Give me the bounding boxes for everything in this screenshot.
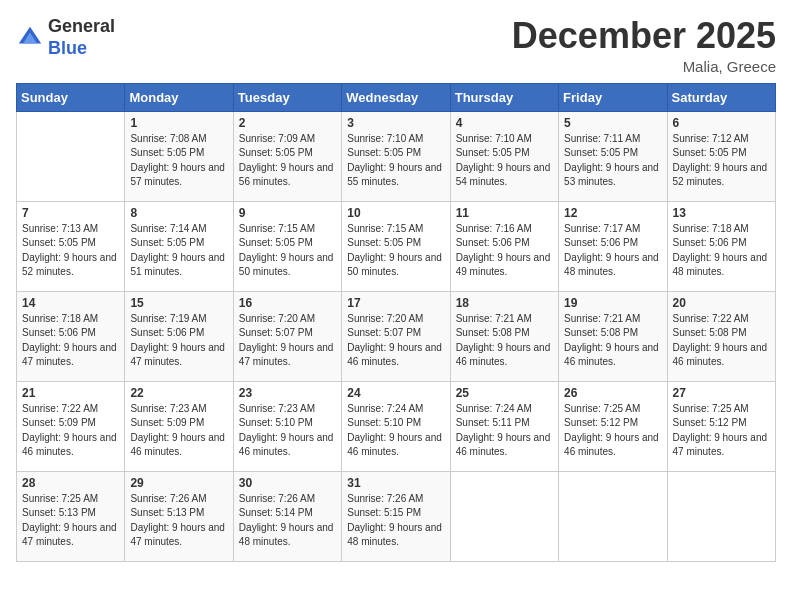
day-cell: 11Sunrise: 7:16 AMSunset: 5:06 PMDayligh… — [450, 201, 558, 291]
day-number: 10 — [347, 206, 444, 220]
day-info: Sunrise: 7:24 AMSunset: 5:10 PMDaylight:… — [347, 402, 444, 460]
day-number: 9 — [239, 206, 336, 220]
day-info: Sunrise: 7:19 AMSunset: 5:06 PMDaylight:… — [130, 312, 227, 370]
day-cell: 31Sunrise: 7:26 AMSunset: 5:15 PMDayligh… — [342, 471, 450, 561]
calendar-table: SundayMondayTuesdayWednesdayThursdayFrid… — [16, 83, 776, 562]
logo-icon — [16, 24, 44, 52]
day-cell: 20Sunrise: 7:22 AMSunset: 5:08 PMDayligh… — [667, 291, 775, 381]
logo: General Blue — [16, 16, 115, 59]
day-info: Sunrise: 7:15 AMSunset: 5:05 PMDaylight:… — [347, 222, 444, 280]
day-number: 16 — [239, 296, 336, 310]
day-info: Sunrise: 7:11 AMSunset: 5:05 PMDaylight:… — [564, 132, 661, 190]
day-number: 26 — [564, 386, 661, 400]
day-number: 24 — [347, 386, 444, 400]
day-number: 25 — [456, 386, 553, 400]
day-info: Sunrise: 7:18 AMSunset: 5:06 PMDaylight:… — [22, 312, 119, 370]
logo-text: General Blue — [48, 16, 115, 59]
day-cell: 22Sunrise: 7:23 AMSunset: 5:09 PMDayligh… — [125, 381, 233, 471]
day-info: Sunrise: 7:16 AMSunset: 5:06 PMDaylight:… — [456, 222, 553, 280]
week-row-3: 14Sunrise: 7:18 AMSunset: 5:06 PMDayligh… — [17, 291, 776, 381]
day-cell: 8Sunrise: 7:14 AMSunset: 5:05 PMDaylight… — [125, 201, 233, 291]
day-cell: 23Sunrise: 7:23 AMSunset: 5:10 PMDayligh… — [233, 381, 341, 471]
day-number: 19 — [564, 296, 661, 310]
day-cell: 24Sunrise: 7:24 AMSunset: 5:10 PMDayligh… — [342, 381, 450, 471]
logo-blue: Blue — [48, 38, 87, 58]
day-info: Sunrise: 7:26 AMSunset: 5:14 PMDaylight:… — [239, 492, 336, 550]
day-cell: 30Sunrise: 7:26 AMSunset: 5:14 PMDayligh… — [233, 471, 341, 561]
day-number: 1 — [130, 116, 227, 130]
day-number: 4 — [456, 116, 553, 130]
header-friday: Friday — [559, 83, 667, 111]
day-number: 15 — [130, 296, 227, 310]
day-cell: 26Sunrise: 7:25 AMSunset: 5:12 PMDayligh… — [559, 381, 667, 471]
day-cell: 7Sunrise: 7:13 AMSunset: 5:05 PMDaylight… — [17, 201, 125, 291]
day-number: 29 — [130, 476, 227, 490]
day-number: 20 — [673, 296, 770, 310]
day-cell: 2Sunrise: 7:09 AMSunset: 5:05 PMDaylight… — [233, 111, 341, 201]
day-cell: 28Sunrise: 7:25 AMSunset: 5:13 PMDayligh… — [17, 471, 125, 561]
day-cell: 14Sunrise: 7:18 AMSunset: 5:06 PMDayligh… — [17, 291, 125, 381]
day-cell — [450, 471, 558, 561]
day-cell: 25Sunrise: 7:24 AMSunset: 5:11 PMDayligh… — [450, 381, 558, 471]
day-number: 5 — [564, 116, 661, 130]
page-header: General Blue December 2025 Malia, Greece — [16, 16, 776, 75]
day-info: Sunrise: 7:22 AMSunset: 5:09 PMDaylight:… — [22, 402, 119, 460]
day-cell — [667, 471, 775, 561]
day-info: Sunrise: 7:24 AMSunset: 5:11 PMDaylight:… — [456, 402, 553, 460]
day-cell: 16Sunrise: 7:20 AMSunset: 5:07 PMDayligh… — [233, 291, 341, 381]
week-row-2: 7Sunrise: 7:13 AMSunset: 5:05 PMDaylight… — [17, 201, 776, 291]
month-title: December 2025 — [512, 16, 776, 56]
day-info: Sunrise: 7:09 AMSunset: 5:05 PMDaylight:… — [239, 132, 336, 190]
day-cell: 27Sunrise: 7:25 AMSunset: 5:12 PMDayligh… — [667, 381, 775, 471]
day-cell: 5Sunrise: 7:11 AMSunset: 5:05 PMDaylight… — [559, 111, 667, 201]
day-cell: 10Sunrise: 7:15 AMSunset: 5:05 PMDayligh… — [342, 201, 450, 291]
day-cell: 15Sunrise: 7:19 AMSunset: 5:06 PMDayligh… — [125, 291, 233, 381]
day-number: 21 — [22, 386, 119, 400]
day-number: 18 — [456, 296, 553, 310]
day-cell: 18Sunrise: 7:21 AMSunset: 5:08 PMDayligh… — [450, 291, 558, 381]
calendar-header: SundayMondayTuesdayWednesdayThursdayFrid… — [17, 83, 776, 111]
header-saturday: Saturday — [667, 83, 775, 111]
day-info: Sunrise: 7:23 AMSunset: 5:09 PMDaylight:… — [130, 402, 227, 460]
day-info: Sunrise: 7:17 AMSunset: 5:06 PMDaylight:… — [564, 222, 661, 280]
day-cell: 29Sunrise: 7:26 AMSunset: 5:13 PMDayligh… — [125, 471, 233, 561]
week-row-1: 1Sunrise: 7:08 AMSunset: 5:05 PMDaylight… — [17, 111, 776, 201]
day-cell: 9Sunrise: 7:15 AMSunset: 5:05 PMDaylight… — [233, 201, 341, 291]
day-info: Sunrise: 7:14 AMSunset: 5:05 PMDaylight:… — [130, 222, 227, 280]
day-number: 13 — [673, 206, 770, 220]
day-info: Sunrise: 7:12 AMSunset: 5:05 PMDaylight:… — [673, 132, 770, 190]
day-cell: 6Sunrise: 7:12 AMSunset: 5:05 PMDaylight… — [667, 111, 775, 201]
day-number: 31 — [347, 476, 444, 490]
location: Malia, Greece — [512, 58, 776, 75]
day-cell: 12Sunrise: 7:17 AMSunset: 5:06 PMDayligh… — [559, 201, 667, 291]
day-number: 11 — [456, 206, 553, 220]
day-cell — [17, 111, 125, 201]
day-info: Sunrise: 7:22 AMSunset: 5:08 PMDaylight:… — [673, 312, 770, 370]
header-wednesday: Wednesday — [342, 83, 450, 111]
logo-general: General — [48, 16, 115, 36]
calendar-body: 1Sunrise: 7:08 AMSunset: 5:05 PMDaylight… — [17, 111, 776, 561]
day-info: Sunrise: 7:15 AMSunset: 5:05 PMDaylight:… — [239, 222, 336, 280]
day-number: 27 — [673, 386, 770, 400]
day-number: 28 — [22, 476, 119, 490]
header-tuesday: Tuesday — [233, 83, 341, 111]
header-sunday: Sunday — [17, 83, 125, 111]
day-number: 30 — [239, 476, 336, 490]
week-row-4: 21Sunrise: 7:22 AMSunset: 5:09 PMDayligh… — [17, 381, 776, 471]
header-row: SundayMondayTuesdayWednesdayThursdayFrid… — [17, 83, 776, 111]
day-info: Sunrise: 7:20 AMSunset: 5:07 PMDaylight:… — [239, 312, 336, 370]
header-thursday: Thursday — [450, 83, 558, 111]
day-info: Sunrise: 7:10 AMSunset: 5:05 PMDaylight:… — [347, 132, 444, 190]
day-info: Sunrise: 7:21 AMSunset: 5:08 PMDaylight:… — [456, 312, 553, 370]
day-number: 23 — [239, 386, 336, 400]
day-info: Sunrise: 7:23 AMSunset: 5:10 PMDaylight:… — [239, 402, 336, 460]
day-number: 17 — [347, 296, 444, 310]
day-number: 3 — [347, 116, 444, 130]
day-number: 6 — [673, 116, 770, 130]
day-info: Sunrise: 7:10 AMSunset: 5:05 PMDaylight:… — [456, 132, 553, 190]
day-cell — [559, 471, 667, 561]
day-info: Sunrise: 7:21 AMSunset: 5:08 PMDaylight:… — [564, 312, 661, 370]
day-info: Sunrise: 7:18 AMSunset: 5:06 PMDaylight:… — [673, 222, 770, 280]
day-info: Sunrise: 7:08 AMSunset: 5:05 PMDaylight:… — [130, 132, 227, 190]
day-cell: 17Sunrise: 7:20 AMSunset: 5:07 PMDayligh… — [342, 291, 450, 381]
